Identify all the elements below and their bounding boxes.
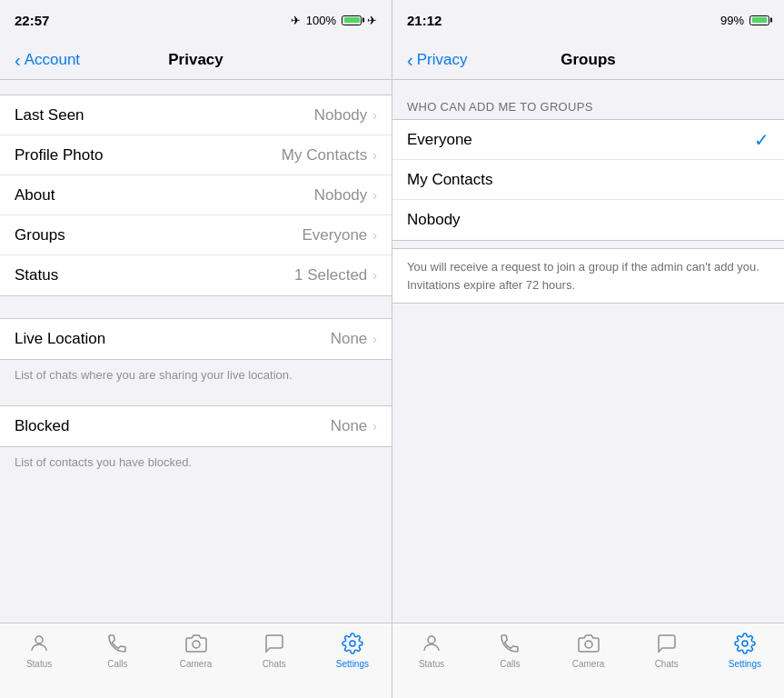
about-value: Nobody — [314, 186, 368, 204]
left-tab-calls-label: Calls — [107, 659, 127, 669]
status-row[interactable]: Status 1 Selected › — [0, 255, 392, 295]
left-tab-camera[interactable]: Camera — [156, 631, 234, 669]
right-tab-calls-label: Calls — [500, 659, 520, 669]
right-status-bar: 21:12 99% — [392, 0, 784, 40]
about-row[interactable]: About Nobody › — [0, 175, 392, 215]
my-contacts-label: My Contacts — [407, 171, 769, 189]
profile-photo-row[interactable]: Profile Photo My Contacts › — [0, 135, 392, 175]
left-nav-title: Privacy — [168, 51, 223, 69]
left-tab-calls[interactable]: Calls — [78, 631, 156, 669]
my-contacts-choice[interactable]: My Contacts — [392, 160, 784, 200]
left-battery-percent: 100% — [306, 14, 336, 27]
right-tab-bar: Status Calls Camera — [392, 623, 784, 698]
right-tab-camera[interactable]: Camera — [549, 631, 627, 669]
live-location-value: None — [331, 330, 368, 348]
everyone-choice[interactable]: Everyone ✓ — [392, 120, 784, 160]
right-back-button[interactable]: ‹ Privacy — [407, 51, 467, 69]
nobody-choice[interactable]: Nobody — [392, 200, 784, 240]
right-chevron-icon: ‹ — [407, 51, 413, 69]
right-tab-camera-label: Camera — [572, 659, 605, 669]
right-status-icons: 99% — [720, 14, 769, 27]
group-choices-section: Everyone ✓ My Contacts Nobody — [392, 119, 784, 241]
right-tab-settings[interactable]: Settings — [706, 631, 784, 669]
blocked-value: None — [331, 417, 368, 435]
left-time: 22:57 — [15, 13, 49, 28]
about-label: About — [15, 186, 314, 204]
live-location-row[interactable]: Live Location None › — [0, 319, 392, 359]
right-nav-title: Groups — [561, 51, 615, 69]
right-camera-icon — [576, 631, 601, 656]
right-settings-icon — [732, 631, 758, 656]
svg-point-2 — [350, 641, 355, 646]
left-signal-icon: ✈ — [291, 14, 301, 27]
right-battery-icon — [749, 15, 769, 25]
groups-label: Groups — [15, 226, 303, 244]
profile-photo-chevron: › — [372, 148, 377, 163]
left-back-label: Account — [25, 51, 80, 69]
live-location-chevron: › — [372, 332, 377, 346]
right-tab-chats[interactable]: Chats — [628, 631, 706, 669]
groups-row[interactable]: Groups Everyone › — [0, 215, 392, 255]
blocked-row[interactable]: Blocked None › — [0, 406, 392, 446]
profile-photo-value: My Contacts — [282, 146, 367, 165]
nobody-label: Nobody — [407, 211, 769, 229]
blocked-note: List of contacts you have blocked. — [0, 447, 392, 478]
left-tab-settings[interactable]: Settings — [313, 631, 392, 669]
left-tab-bar: Status Calls Camera — [0, 623, 392, 698]
left-tab-chats[interactable]: Chats — [235, 631, 313, 669]
svg-point-5 — [742, 641, 748, 646]
right-status-icon — [419, 631, 444, 656]
right-tab-settings-label: Settings — [729, 659, 761, 669]
live-location-note: List of chats where you are sharing your… — [0, 360, 392, 391]
svg-point-3 — [428, 636, 435, 643]
left-calls-icon — [104, 631, 130, 656]
blocked-section: Blocked None › — [0, 405, 392, 447]
left-settings-icon — [340, 631, 365, 656]
svg-point-4 — [585, 641, 592, 648]
privacy-options-section: Last Seen Nobody › Profile Photo My Cont… — [0, 95, 392, 296]
status-value: 1 Selected — [294, 266, 367, 284]
live-location-label: Live Location — [15, 330, 331, 348]
left-airplane-icon: ✈ — [367, 14, 377, 27]
right-tab-chats-label: Chats — [655, 659, 679, 669]
profile-photo-label: Profile Photo — [15, 146, 282, 165]
left-status-icons: ✈ 100% ✈ — [291, 14, 377, 27]
left-back-button[interactable]: ‹ Account — [15, 51, 80, 69]
left-nav-bar: ‹ Account Privacy — [0, 40, 392, 80]
about-chevron: › — [372, 188, 377, 203]
last-seen-value: Nobody — [314, 106, 368, 125]
left-tab-camera-label: Camera — [180, 659, 213, 669]
left-tab-status[interactable]: Status — [0, 631, 78, 669]
left-battery-icon — [342, 15, 362, 25]
left-chats-icon — [262, 631, 287, 656]
groups-info-box: You will receive a request to join a gro… — [392, 248, 784, 304]
right-tab-status-label: Status — [419, 659, 444, 669]
live-location-section: Live Location None › — [0, 318, 392, 360]
groups-chevron: › — [372, 228, 377, 243]
left-camera-icon — [184, 631, 209, 656]
blocked-label: Blocked — [15, 417, 331, 435]
everyone-label: Everyone — [407, 131, 754, 149]
left-tab-chats-label: Chats — [263, 659, 286, 669]
status-privacy-label: Status — [15, 266, 294, 284]
right-time: 21:12 — [407, 13, 442, 28]
right-panel: 21:12 99% ‹ Privacy Groups WHO CAN ADD M… — [392, 0, 784, 698]
left-chevron-icon: ‹ — [15, 51, 21, 69]
blocked-chevron: › — [372, 419, 377, 434]
groups-value: Everyone — [303, 226, 368, 244]
status-chevron: › — [372, 268, 377, 283]
right-tab-calls[interactable]: Calls — [471, 631, 549, 669]
left-tab-status-label: Status — [26, 659, 52, 669]
right-chats-icon — [654, 631, 680, 656]
left-status-bar: 22:57 ✈ 100% ✈ — [0, 0, 392, 40]
last-seen-label: Last Seen — [15, 106, 314, 125]
left-tab-settings-label: Settings — [336, 659, 369, 669]
group-section-header: WHO CAN ADD ME TO GROUPS — [392, 95, 784, 119]
right-tab-status[interactable]: Status — [392, 631, 471, 669]
last-seen-row[interactable]: Last Seen Nobody › — [0, 95, 392, 135]
svg-point-1 — [193, 641, 200, 648]
left-panel: 22:57 ✈ 100% ✈ ‹ Account Privacy Last Se… — [0, 0, 392, 698]
last-seen-chevron: › — [372, 108, 377, 123]
svg-point-0 — [35, 636, 43, 643]
left-status-icon — [26, 631, 52, 656]
